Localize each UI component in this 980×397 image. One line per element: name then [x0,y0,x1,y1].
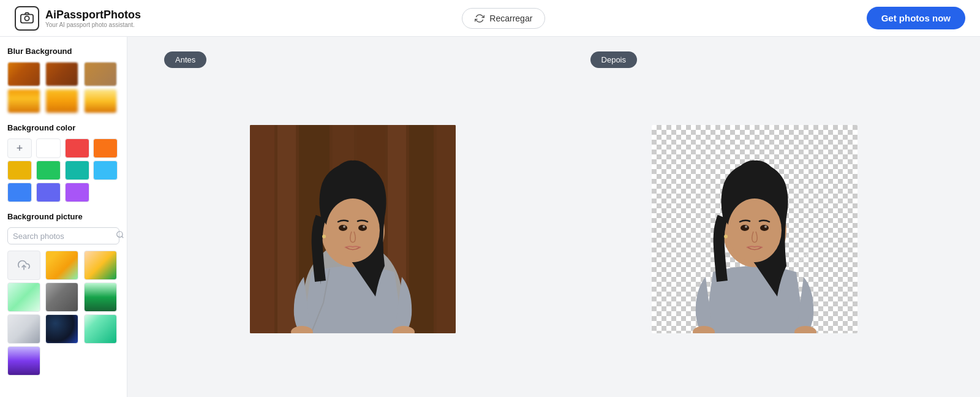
color-swatch-red[interactable] [65,138,89,158]
original-photo-container [250,125,456,333]
photo-thumb-8[interactable] [84,314,117,344]
main-layout: Blur Background Background color + Backg… [0,37,980,397]
svg-point-18 [358,225,367,231]
header: AiPassportPhotos Your AI passport photo … [0,0,980,37]
photo-grid [7,251,119,376]
svg-point-17 [339,225,347,231]
svg-point-2 [117,232,123,237]
color-section-title: Background color [7,123,119,132]
logo-area: AiPassportPhotos Your AI passport photo … [15,6,141,31]
upload-thumb[interactable] [7,251,40,280]
color-swatch-add[interactable]: + [7,138,32,158]
svg-point-1 [24,16,29,20]
color-swatch-white[interactable] [36,138,61,158]
svg-point-26 [728,198,782,262]
color-swatch-teal[interactable] [65,161,89,180]
color-swatch-purple[interactable] [65,183,89,202]
original-photo [250,125,456,333]
reload-label: Recarregar [489,13,532,23]
original-photo-svg [250,125,456,333]
svg-point-21 [322,235,326,238]
reload-icon [475,13,484,23]
color-grid: + [7,138,119,202]
get-photos-label: Get photos now [881,13,951,23]
search-input[interactable] [13,232,116,241]
color-swatch-indigo[interactable] [36,183,61,202]
color-swatch-yellow[interactable] [7,161,32,180]
svg-rect-12 [437,125,456,333]
processed-photo-container: Photos [652,125,858,333]
svg-rect-11 [409,125,434,333]
color-swatch-blue[interactable] [7,183,32,202]
blur-thumb-2[interactable] [45,62,78,86]
color-swatch-green[interactable] [36,161,61,180]
svg-point-19 [343,225,345,228]
color-swatch-orange[interactable] [93,138,118,158]
blur-thumbnail-grid [7,62,119,113]
search-box [7,227,119,244]
svg-point-28 [760,225,769,231]
photo-thumb-9[interactable] [7,346,40,376]
logo-subtitle: Your AI passport photo assistant. [45,21,141,28]
processed-photo-svg: Photos [652,125,858,333]
blur-thumb-3[interactable] [84,62,117,86]
svg-point-30 [764,225,767,228]
get-photos-button[interactable]: Get photos now [867,7,965,29]
logo-title: AiPassportPhotos [45,9,141,21]
photo-thumb-4[interactable] [45,282,78,312]
main-content: Antes Depois [127,37,980,397]
svg-point-27 [741,225,749,231]
svg-rect-5 [250,125,274,333]
sidebar: Blur Background Background color + Backg… [0,37,127,397]
blur-thumb-1[interactable] [7,62,40,86]
logo-text: AiPassportPhotos Your AI passport photo … [45,9,141,28]
blur-thumb-4[interactable] [7,89,40,113]
reload-button[interactable]: Recarregar [462,8,545,29]
after-label: Depois [590,51,637,68]
color-swatch-sky[interactable] [93,161,118,180]
photo-thumb-1[interactable] [45,251,78,280]
svg-point-16 [326,198,380,262]
photo-thumb-6[interactable] [7,314,40,344]
blur-section-title: Blur Background [7,47,119,56]
picture-section-title: Background picture [7,212,119,221]
svg-point-29 [745,225,747,228]
blur-thumb-5[interactable] [45,89,78,113]
svg-text:Photos: Photos [790,250,812,267]
photo-thumb-2[interactable] [84,251,117,280]
search-icon [116,230,124,241]
processed-photo: Photos [652,125,858,333]
upload-icon [18,259,30,271]
blur-thumb-6[interactable] [84,89,117,113]
svg-rect-6 [277,125,296,333]
photo-thumb-5[interactable] [84,282,117,312]
photo-thumb-7[interactable] [45,314,78,344]
images-container: Photos [127,37,980,397]
logo-icon [15,6,39,31]
before-label: Antes [164,51,206,68]
svg-point-31 [724,235,728,238]
svg-point-20 [363,225,365,228]
photo-thumb-3[interactable] [7,282,40,312]
